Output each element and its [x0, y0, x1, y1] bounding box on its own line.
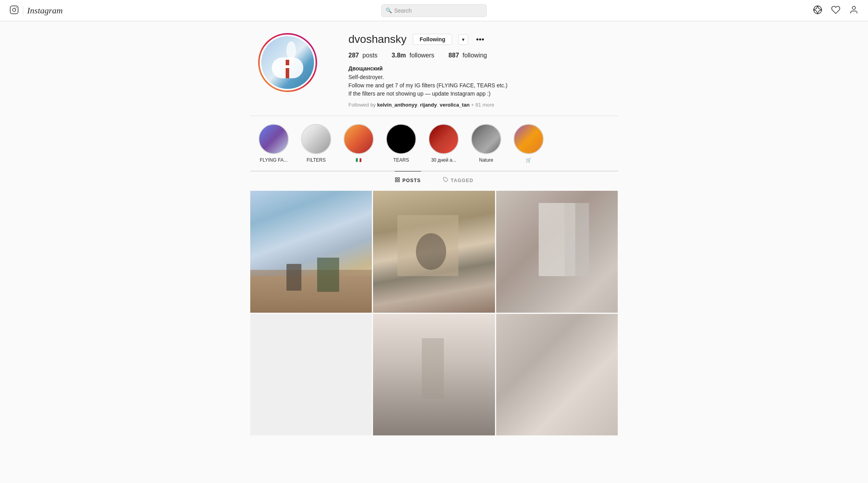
photo-cell-1[interactable] [250, 191, 372, 313]
profile-username-row: dvoshansky Following ▾ ••• [349, 33, 610, 46]
svg-point-2 [16, 7, 17, 8]
search-placeholder-text: Search [394, 7, 412, 14]
followed-by-more: + 81 more [471, 102, 494, 108]
tab-posts[interactable]: POSTS [395, 171, 421, 189]
followers-stat[interactable]: 3.8m followers [392, 52, 434, 59]
following-label: following [462, 52, 487, 59]
avatar-ring[interactable] [258, 33, 317, 92]
photo-image-1 [250, 191, 372, 313]
profile-bio: Self-destroyer. Follow me and get 7 of m… [349, 73, 610, 98]
svg-rect-9 [398, 180, 399, 182]
highlight-item-30days[interactable]: 30 дней а... [428, 124, 460, 163]
photo-cell-2[interactable] [373, 191, 495, 313]
highlight-circle-1 [259, 124, 289, 154]
profile-stats: 287 posts 3.8m followers 887 following [349, 52, 610, 59]
tabs-row: POSTS TAGGED [250, 171, 618, 189]
highlight-item-filters[interactable]: FILTERS [301, 124, 332, 163]
highlight-label-4: TEARS [393, 157, 409, 163]
more-options-button[interactable]: ••• [475, 35, 486, 43]
posts-stat: 287 posts [349, 52, 378, 59]
highlight-circle-6 [471, 124, 501, 154]
search-icon: 🔍 [386, 7, 392, 13]
heart-icon[interactable] [831, 5, 840, 16]
instagram-camera-icon [9, 5, 19, 16]
avatar [260, 35, 316, 90]
photo-image-4 [250, 314, 372, 436]
photo-cell-3[interactable] [496, 191, 618, 313]
photo-cell-6[interactable] [496, 314, 618, 436]
photo-cell-5[interactable] [373, 314, 495, 436]
bio-line-1: Self-destroyer. [349, 74, 384, 80]
following-count: 887 [449, 52, 459, 59]
highlight-circle-2 [301, 124, 331, 154]
highlights-section: FLYING FA... FILTERS 🇮🇹 TEARS 30 дней а.… [250, 116, 618, 171]
explore-icon[interactable] [813, 5, 822, 16]
highlight-item-tears[interactable]: TEARS [386, 124, 417, 163]
profile-username: dvoshansky [349, 33, 407, 46]
highlight-circle-7 [513, 124, 544, 154]
instagram-wordmark: Instagram [27, 6, 63, 16]
profile-display-name: Двощанский [349, 65, 610, 72]
profile-tabs: POSTS TAGGED [250, 171, 618, 189]
posts-tab-icon [395, 177, 400, 184]
profile-icon[interactable] [849, 5, 859, 16]
highlight-item-shop[interactable]: 🛒 [513, 124, 545, 163]
profile-section: dvoshansky Following ▾ ••• 287 posts 3.8… [250, 21, 618, 116]
profile-info: dvoshansky Following ▾ ••• 287 posts 3.8… [349, 33, 610, 108]
photo-image-5 [373, 314, 495, 436]
bio-line-2: Follow me and get 7 of my IG filters (FL… [349, 82, 508, 88]
highlight-label-7: 🛒 [526, 157, 532, 163]
posts-count: 287 [349, 52, 359, 59]
highlight-label-2: FILTERS [307, 157, 325, 163]
logo-area: Instagram [9, 5, 63, 16]
svg-rect-8 [395, 180, 397, 182]
photo-grid-section [250, 189, 618, 437]
highlight-label-1: FLYING FA... [260, 157, 287, 163]
highlight-label-5: 30 дней а... [431, 157, 456, 163]
highlight-circle-4 [386, 124, 416, 154]
following-stat[interactable]: 887 following [449, 52, 487, 59]
svg-rect-0 [10, 6, 18, 14]
tagged-tab-label: TAGGED [451, 178, 474, 183]
svg-point-5 [852, 6, 855, 9]
highlight-item-flying-face[interactable]: FLYING FA... [258, 124, 290, 163]
chimney-visual [286, 60, 289, 78]
avatar-image [261, 36, 314, 89]
posts-label: posts [362, 52, 377, 59]
followed-by-prefix: Followed by [349, 102, 376, 108]
followed-by-user-1[interactable]: kelvin_anthonyy [377, 102, 417, 108]
svg-rect-6 [395, 178, 397, 179]
photo-image-3 [496, 191, 618, 313]
tagged-tab-icon [443, 177, 449, 184]
highlight-item-nature[interactable]: Nature [471, 124, 502, 163]
followers-label: followers [410, 52, 434, 59]
followed-by-text: Followed by kelvin_anthonyy, rijandy, ve… [349, 102, 610, 108]
svg-point-3 [814, 6, 822, 14]
search-bar[interactable]: 🔍 Search [381, 4, 487, 17]
svg-rect-7 [398, 178, 399, 179]
highlight-circle-5 [428, 124, 459, 154]
bio-line-3: If the filters are not showing up — upda… [349, 90, 491, 97]
following-dropdown-button[interactable]: ▾ [458, 34, 468, 45]
photo-cell-4[interactable] [250, 314, 372, 436]
posts-tab-label: POSTS [403, 178, 421, 183]
highlight-item-italy[interactable]: 🇮🇹 [343, 124, 375, 163]
followers-count: 3.8m [392, 52, 406, 59]
highlight-circle-3 [344, 124, 374, 154]
header-nav-icons [813, 5, 859, 16]
logo-divider [23, 6, 23, 15]
highlight-label-3: 🇮🇹 [356, 157, 362, 163]
photo-image-6 [496, 314, 618, 436]
photo-image-2 [373, 191, 495, 313]
highlights-row: FLYING FA... FILTERS 🇮🇹 TEARS 30 дней а.… [258, 124, 610, 163]
following-button[interactable]: Following [413, 34, 452, 45]
highlight-label-6: Nature [479, 157, 493, 163]
header: Instagram 🔍 Search [0, 0, 868, 21]
svg-point-1 [13, 8, 16, 11]
tab-tagged[interactable]: TAGGED [443, 171, 474, 189]
followed-by-user-2[interactable]: rijandy [420, 102, 437, 108]
photo-grid [250, 191, 618, 435]
followed-by-user-3[interactable]: verolica_tan [440, 102, 469, 108]
